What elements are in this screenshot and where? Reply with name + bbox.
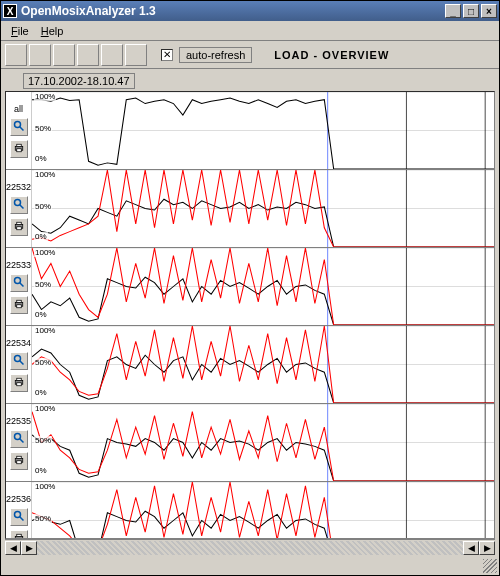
row-toolbox: 22534 xyxy=(6,326,32,403)
printer-icon xyxy=(13,532,25,540)
horizontal-scrollbar[interactable]: ◀ ▶ ◀ ▶ xyxy=(5,539,495,555)
zoom-button[interactable] xyxy=(10,430,28,448)
titlebar[interactable]: X OpenMosixAnalyzer 1.3 _ □ × xyxy=(1,1,499,21)
chart-row: 22536100%50%0% xyxy=(6,482,494,539)
load-chart[interactable]: 100%50%0% xyxy=(32,404,494,481)
printer-icon xyxy=(13,454,25,468)
y-axis-label: 50% xyxy=(34,280,52,289)
node-id-label: 22536 xyxy=(6,494,31,504)
y-axis-label: 0% xyxy=(34,388,48,397)
row-print-button[interactable] xyxy=(10,140,28,158)
paint-button[interactable] xyxy=(29,44,51,66)
zoom-button[interactable] xyxy=(10,508,28,526)
y-axis-label: 50% xyxy=(34,436,52,445)
close-button[interactable]: × xyxy=(481,4,497,18)
y-axis-label: 100% xyxy=(34,482,56,491)
magnifier-icon xyxy=(13,198,25,212)
y-axis-label: 100% xyxy=(34,92,56,101)
minimize-button[interactable]: _ xyxy=(445,4,461,18)
magnifier-icon xyxy=(13,120,25,134)
y-axis-label: 50% xyxy=(34,514,52,523)
printer-icon xyxy=(13,220,25,234)
node-id-label: 22534 xyxy=(6,338,31,348)
toolbar: ? ✕ auto-refresh LOAD - OVERVIEW xyxy=(1,41,499,69)
svg-line-11 xyxy=(19,126,23,130)
y-axis-label: 50% xyxy=(34,358,52,367)
window-title: OpenMosixAnalyzer 1.3 xyxy=(21,4,156,18)
resize-grip[interactable] xyxy=(483,559,497,573)
maximize-button[interactable]: □ xyxy=(463,4,479,18)
chart-row: 22532100%50%0% xyxy=(6,170,494,248)
content-area: 17.10.2002-18.10.47 all100%50%0%22532100… xyxy=(1,69,499,559)
row-toolbox: 22536 xyxy=(6,482,32,539)
row-print-button[interactable] xyxy=(10,374,28,392)
y-axis-label: 0% xyxy=(34,466,48,475)
printer-icon xyxy=(13,142,25,156)
node-id-label: 22535 xyxy=(6,416,31,426)
menu-help[interactable]: Help xyxy=(35,23,70,39)
node-id-label: 22533 xyxy=(6,260,31,270)
svg-rect-33 xyxy=(16,300,21,302)
page-title: LOAD - OVERVIEW xyxy=(274,49,389,61)
svg-line-61 xyxy=(19,516,23,520)
zoom-button[interactable] xyxy=(10,196,28,214)
magnifier-icon xyxy=(13,276,25,290)
load-chart[interactable]: 100%50%0% xyxy=(32,248,494,325)
chart-row: 22533100%50%0% xyxy=(6,248,494,326)
row-toolbox: all xyxy=(6,92,32,169)
chart-row: 22534100%50%0% xyxy=(6,326,494,404)
auto-refresh-button[interactable]: auto-refresh xyxy=(179,47,252,63)
svg-line-21 xyxy=(19,204,23,208)
row-toolbox: 22533 xyxy=(6,248,32,325)
zoom-button[interactable] xyxy=(10,274,28,292)
svg-rect-43 xyxy=(16,378,21,380)
svg-point-20 xyxy=(14,199,20,205)
row-print-button[interactable] xyxy=(10,296,28,314)
help-button[interactable]: ? xyxy=(125,44,147,66)
svg-rect-62 xyxy=(15,536,23,539)
printer-icon xyxy=(13,376,25,390)
row-print-button[interactable] xyxy=(10,530,28,540)
chart-row: all100%50%0% xyxy=(6,92,494,170)
svg-rect-13 xyxy=(16,144,21,146)
chart-row: 22535100%50%0% xyxy=(6,404,494,482)
zoom-button[interactable] xyxy=(10,352,28,370)
load-chart[interactable]: 100%50%0% xyxy=(32,92,494,169)
row-toolbox: 22532 xyxy=(6,170,32,247)
date-range-label[interactable]: 17.10.2002-18.10.47 xyxy=(23,73,135,89)
node-id-label: 22532 xyxy=(6,182,31,192)
auto-refresh-checkbox[interactable]: ✕ xyxy=(161,49,173,61)
svg-rect-63 xyxy=(16,534,21,536)
tux-button[interactable] xyxy=(101,44,123,66)
magnifier-icon xyxy=(13,354,25,368)
settings-button[interactable] xyxy=(77,44,99,66)
scroll-left-button-2[interactable]: ◀ xyxy=(463,541,479,555)
magnifier-icon xyxy=(13,432,25,446)
zoom-button[interactable] xyxy=(10,118,28,136)
svg-point-10 xyxy=(14,121,20,127)
svg-rect-14 xyxy=(16,148,21,151)
scroll-left-button[interactable]: ◀ xyxy=(5,541,21,555)
svg-rect-64 xyxy=(16,538,21,539)
row-print-button[interactable] xyxy=(10,452,28,470)
print-button[interactable] xyxy=(53,44,75,66)
svg-rect-44 xyxy=(16,382,21,385)
home-button[interactable] xyxy=(5,44,27,66)
magnifier-icon xyxy=(13,510,25,524)
scroll-right-button[interactable]: ▶ xyxy=(21,541,37,555)
y-axis-label: 100% xyxy=(34,326,56,335)
load-chart[interactable]: 100%50%0% xyxy=(32,170,494,247)
svg-line-31 xyxy=(19,282,23,286)
row-print-button[interactable] xyxy=(10,218,28,236)
printer-icon xyxy=(13,298,25,312)
menu-file[interactable]: File xyxy=(5,23,35,39)
scroll-right-button-2[interactable]: ▶ xyxy=(479,541,495,555)
appmenu-icon[interactable]: X xyxy=(3,4,17,18)
scroll-track[interactable] xyxy=(37,541,463,555)
svg-rect-23 xyxy=(16,222,21,224)
load-chart[interactable]: 100%50%0% xyxy=(32,482,494,539)
svg-line-51 xyxy=(19,438,23,442)
load-chart[interactable]: 100%50%0% xyxy=(32,326,494,403)
node-id-label: all xyxy=(14,104,23,114)
row-toolbox: 22535 xyxy=(6,404,32,481)
